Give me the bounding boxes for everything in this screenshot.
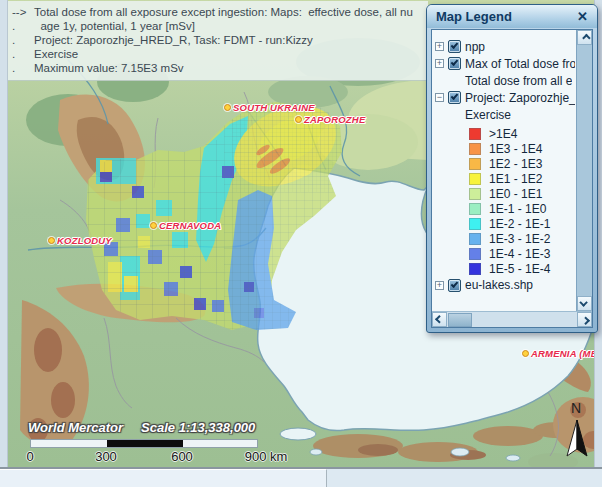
legend-class-row: 1E-1 - 1E0 <box>435 201 575 216</box>
legend-class-row: >1E4 <box>435 126 575 141</box>
npp-marker-icon <box>224 104 231 111</box>
color-swatch <box>469 173 481 185</box>
chevron-left-icon <box>435 315 443 323</box>
scroll-down-button[interactable] <box>577 296 592 311</box>
legend-class-row: 1E-4 - 1E-3 <box>435 246 575 261</box>
collapse-icon[interactable]: − <box>435 93 444 102</box>
checkmark-icon <box>451 280 459 288</box>
scale-tick: 600 <box>171 449 193 464</box>
info-line-prefix: . <box>12 19 34 33</box>
scrollbar-thumb[interactable] <box>0 469 327 487</box>
checkmark-icon <box>451 92 459 100</box>
scale-tick: 0 <box>26 449 33 464</box>
scalebar-ticks: 0 300 600 900 km <box>8 449 328 465</box>
color-swatch <box>469 248 481 260</box>
expand-icon[interactable]: + <box>435 281 444 290</box>
chevron-down-icon <box>579 298 587 306</box>
scrollbar-thumb[interactable] <box>448 313 472 327</box>
scale-ratio: Scale 1:13,338,000 <box>141 420 255 435</box>
gis-application-window: -->Total dose from all exposure except i… <box>0 0 602 487</box>
scale-tick: 900 km <box>245 449 288 464</box>
tree-item-max-total-dose[interactable]: + Max of Total dose fro <box>435 55 575 72</box>
legend-class-row: 1E-5 - 1E-4 <box>435 261 575 276</box>
legend-class-row: 1E-2 - 1E-1 <box>435 216 575 231</box>
info-line-prefix: . <box>12 61 34 75</box>
color-swatch <box>469 143 481 155</box>
north-label: N <box>571 400 581 416</box>
info-line-prefix: . <box>12 33 34 47</box>
color-swatch <box>469 233 481 245</box>
north-arrow: N <box>558 402 594 464</box>
scalebar <box>30 439 258 448</box>
checkbox[interactable] <box>448 279 461 292</box>
color-swatch <box>469 218 481 230</box>
checkmark-icon <box>451 41 459 49</box>
map-legend-panel: Map Legend ✕ + npp + Max of Total dose f… <box>426 4 598 333</box>
info-line-prefix: --> <box>12 5 34 19</box>
checkbox[interactable] <box>448 40 461 53</box>
npp-marker-icon <box>150 222 157 229</box>
info-line: .Project: Zaporozhje_HRED_R, Task: FDMT … <box>12 33 426 47</box>
chevron-up-icon <box>582 33 590 41</box>
map-label-zaporozhe: ZAPOROZHE <box>295 114 365 125</box>
map-label-south-ukraine: SOUTH UKRAINE <box>224 102 315 113</box>
npp-marker-icon <box>48 237 55 244</box>
checkbox[interactable] <box>448 57 461 70</box>
tree-subitem-exercise: Exercise <box>435 106 575 123</box>
map-label-cernavoda: CERNAVODA <box>150 220 221 231</box>
checkbox[interactable] <box>448 91 461 104</box>
scroll-up-button[interactable] <box>577 30 592 45</box>
map-label-kozloduy: KOZLODUY <box>48 235 112 246</box>
legend-horizontal-scrollbar[interactable] <box>432 311 592 327</box>
expand-icon[interactable]: + <box>435 59 444 68</box>
legend-title-bar[interactable]: Map Legend ✕ <box>427 5 597 28</box>
npp-marker-icon <box>295 116 302 123</box>
color-swatch <box>469 203 481 215</box>
scroll-left-button[interactable] <box>432 312 447 327</box>
scale-tick: 300 <box>95 449 117 464</box>
checkmark-icon <box>451 58 459 66</box>
legend-class-row: 1E0 - 1E1 <box>435 186 575 201</box>
tree-item-npp[interactable]: + npp <box>435 38 575 55</box>
tree-item-eu-lakes[interactable]: + eu-lakes.shp <box>435 276 575 294</box>
chevron-right-icon <box>581 316 589 324</box>
color-swatch <box>469 263 481 275</box>
legend-title: Map Legend <box>436 9 574 24</box>
info-line-prefix: . <box>12 47 34 61</box>
color-swatch <box>469 188 481 200</box>
legend-tree: + npp + Max of Total dose fro Total dose… <box>433 30 575 310</box>
tree-subitem-total-dose: Total dose from all e <box>435 72 575 89</box>
legend-class-row: 1E1 - 1E2 <box>435 171 575 186</box>
expand-icon[interactable]: + <box>435 42 444 51</box>
scroll-right-button[interactable] <box>577 312 592 327</box>
legend-class-row: 1E3 - 1E4 <box>435 141 575 156</box>
projection-scale-text: World MercatorScale 1:13,338,000 <box>28 420 255 435</box>
legend-class-row: 1E2 - 1E3 <box>435 156 575 171</box>
left-edge-scrollbar[interactable] <box>0 0 8 467</box>
legend-class-row: 1E-3 - 1E-2 <box>435 231 575 246</box>
npp-marker-icon <box>522 350 529 357</box>
projection-name: World Mercator <box>28 420 123 435</box>
map-label-armenia: ARMENIA (ME <box>522 348 594 359</box>
info-line: .Exercise <box>12 47 426 61</box>
info-line: .Maximum value: 7.15E3 mSv <box>12 61 426 75</box>
legend-vertical-scrollbar[interactable] <box>576 30 592 311</box>
info-line: -->Total dose from all exposure except i… <box>12 5 426 19</box>
color-swatch <box>469 128 481 140</box>
color-swatch <box>469 158 481 170</box>
scalebar-segment <box>107 440 183 447</box>
map-info-box: -->Total dose from all exposure except i… <box>8 1 428 81</box>
bottom-horizontal-scrollbar[interactable] <box>0 467 602 487</box>
tree-item-project[interactable]: − Project: Zaporozhje_ <box>435 89 575 106</box>
close-icon[interactable]: ✕ <box>574 9 591 25</box>
info-line: . age 1y, potential, 1 year [mSv] <box>12 19 426 33</box>
legend-body: + npp + Max of Total dose fro Total dose… <box>431 29 593 328</box>
